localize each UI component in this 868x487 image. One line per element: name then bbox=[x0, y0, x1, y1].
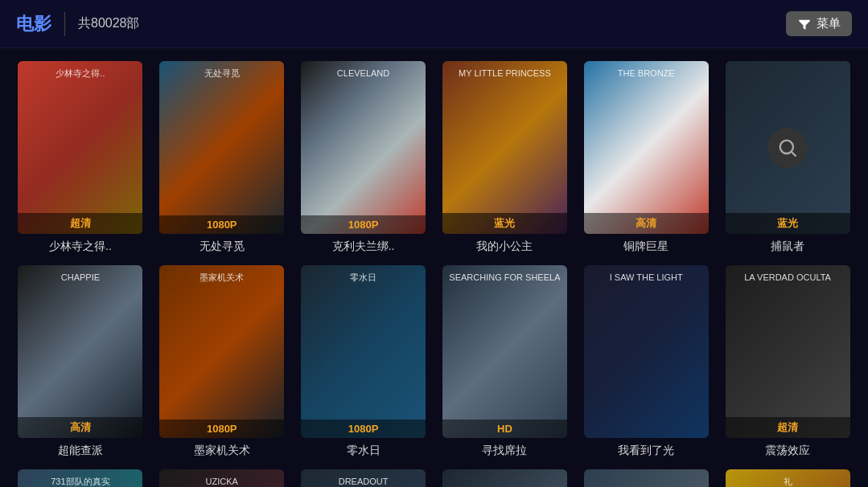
movie-card[interactable]: UZICKA bbox=[158, 469, 286, 487]
quality-badge: 超清 bbox=[726, 417, 850, 438]
movie-title: 震荡效应 bbox=[726, 444, 850, 458]
quality-badge: HD bbox=[442, 419, 567, 438]
movie-card[interactable]: 零水日1080P零水日 bbox=[299, 265, 428, 458]
poster-wrap: 墨家机关术1080P bbox=[159, 265, 284, 438]
movie-card[interactable]: LA VERDAD OCULTA超清震荡效应 bbox=[723, 265, 852, 458]
poster-wrap: UZICKA bbox=[159, 469, 284, 487]
movie-title: 少林寺之得.. bbox=[18, 239, 142, 254]
poster-wrap: SEARCHING FOR SHEELAHD bbox=[442, 265, 567, 438]
poster-wrap bbox=[442, 469, 567, 487]
movie-title: 我看到了光 bbox=[584, 444, 709, 458]
movie-card[interactable]: 墨家机关术1080P墨家机关术 bbox=[158, 265, 286, 458]
movie-card[interactable]: MY LITTLE PRINCESS蓝光我的小公主 bbox=[440, 61, 569, 254]
movie-card[interactable]: THE BRONZE高清铜牌巨星 bbox=[582, 61, 710, 254]
movie-title: 无处寻觅 bbox=[159, 239, 284, 254]
movie-card[interactable]: SEARCHING FOR SHEELAHD寻找席拉 bbox=[440, 265, 569, 458]
poster-wrap: 蓝光 bbox=[726, 61, 850, 234]
poster-wrap: THE BRONZE高清 bbox=[584, 61, 709, 234]
quality-badge: 高清 bbox=[18, 417, 142, 438]
movie-title: 寻找席拉 bbox=[442, 444, 567, 458]
poster-wrap: CHAPPIE高清 bbox=[18, 265, 142, 438]
movie-title: 捕鼠者 bbox=[726, 239, 850, 254]
movie-card[interactable]: CLEVELAND1080P克利夫兰绑.. bbox=[299, 61, 428, 254]
movie-title: 铜牌巨星 bbox=[584, 239, 709, 254]
header-divider bbox=[64, 12, 65, 36]
poster-wrap: 少林寺之得..超清 bbox=[18, 61, 142, 234]
movie-card[interactable]: 礼 bbox=[723, 469, 852, 487]
movie-grid: 少林寺之得..超清少林寺之得..无处寻觅1080P无处寻觅CLEVELAND10… bbox=[0, 48, 868, 487]
movie-card[interactable] bbox=[582, 469, 710, 487]
movie-title: 我的小公主 bbox=[442, 239, 567, 254]
quality-badge: 超清 bbox=[18, 213, 142, 234]
poster-wrap: LA VERDAD OCULTA超清 bbox=[726, 265, 850, 438]
movie-card[interactable]: 731部队的真实731部队的真实.. bbox=[16, 469, 145, 487]
movie-card[interactable]: I SAW THE LIGHT我看到了光 bbox=[582, 265, 710, 458]
poster-wrap: DREADOUT bbox=[301, 469, 426, 487]
header: 电影 共80028部 菜单 bbox=[0, 0, 868, 48]
poster-wrap: CLEVELAND1080P bbox=[301, 61, 426, 234]
quality-badge: 蓝光 bbox=[442, 213, 567, 234]
menu-label: 菜单 bbox=[817, 16, 841, 31]
movie-title: 零水日 bbox=[301, 444, 426, 458]
poster-wrap: 零水日1080P bbox=[301, 265, 426, 438]
quality-badge: 蓝光 bbox=[726, 213, 850, 234]
page-title: 电影 bbox=[16, 12, 51, 36]
poster-wrap: MY LITTLE PRINCESS蓝光 bbox=[442, 61, 567, 234]
poster-wrap bbox=[584, 469, 709, 487]
svg-line-1 bbox=[792, 152, 796, 156]
filter-icon bbox=[797, 17, 812, 31]
movie-title: 克利夫兰绑.. bbox=[301, 239, 426, 254]
quality-badge: 高清 bbox=[584, 213, 709, 234]
movie-title: 墨家机关术 bbox=[159, 444, 284, 458]
poster-wrap: 731部队的真实 bbox=[18, 469, 142, 487]
menu-button[interactable]: 菜单 bbox=[786, 11, 852, 36]
movie-card[interactable]: DREADOUT bbox=[299, 469, 428, 487]
quality-badge: 1080P bbox=[301, 419, 426, 438]
movie-card[interactable]: 蓝光捕鼠者 bbox=[723, 61, 852, 254]
movie-card[interactable]: CHAPPIE高清超能查派 bbox=[16, 265, 145, 458]
movie-count: 共80028部 bbox=[78, 15, 140, 32]
quality-badge: 1080P bbox=[159, 419, 284, 438]
poster-wrap: I SAW THE LIGHT bbox=[584, 265, 709, 438]
movie-title: 超能查派 bbox=[18, 444, 142, 458]
movie-card[interactable]: 无处寻觅1080P无处寻觅 bbox=[158, 61, 286, 254]
svg-point-0 bbox=[780, 140, 793, 153]
poster-wrap: 礼 bbox=[726, 469, 850, 487]
quality-badge: 1080P bbox=[159, 215, 284, 234]
movie-card[interactable]: 少林寺之得..超清少林寺之得.. bbox=[16, 61, 145, 254]
poster-wrap: 无处寻觅1080P bbox=[159, 61, 284, 234]
movie-card[interactable] bbox=[440, 469, 569, 487]
quality-badge: 1080P bbox=[301, 215, 426, 234]
